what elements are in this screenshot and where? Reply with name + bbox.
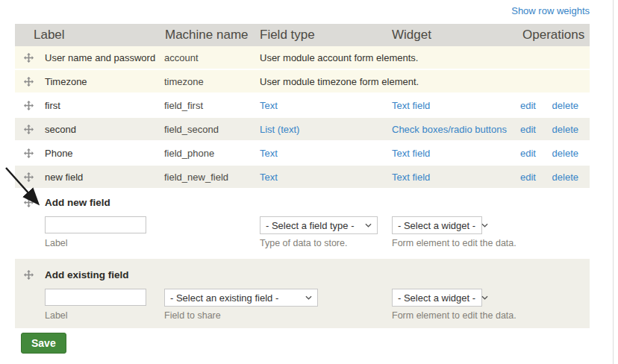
- widget-caption: Form element to edit the data.: [390, 238, 590, 248]
- field-type-select[interactable]: - Select a field type -: [260, 216, 378, 234]
- field-description: User module timezone form element.: [258, 76, 590, 87]
- chevron-down-icon: [365, 223, 372, 228]
- machine-name: account: [163, 52, 258, 63]
- move-icon[interactable]: [24, 148, 34, 158]
- save-button[interactable]: Save: [21, 333, 66, 354]
- header-widget: Widget: [390, 28, 519, 43]
- move-icon[interactable]: [24, 125, 34, 134]
- widget-select[interactable]: - Select a widget -: [392, 289, 482, 307]
- new-field-label-input[interactable]: [45, 216, 146, 233]
- widget-select-value: - Select a widget -: [398, 220, 475, 231]
- field-label: first: [42, 100, 163, 111]
- header-machine-name: Machine name: [163, 28, 258, 43]
- table-header-row: Label Machine name Field type Widget Ope…: [15, 24, 590, 46]
- machine-name: timezone: [163, 76, 258, 87]
- edit-link[interactable]: edit: [520, 148, 536, 159]
- add-new-field-title: Add new field: [42, 197, 390, 208]
- table-row: first field_first Text Text field edit d…: [15, 94, 590, 118]
- delete-link[interactable]: delete: [552, 124, 578, 135]
- field-label: Timezone: [42, 76, 163, 87]
- widget-link[interactable]: Text field: [392, 100, 430, 111]
- move-icon[interactable]: [24, 172, 34, 182]
- widget-link[interactable]: Check boxes/radio buttons: [392, 124, 507, 135]
- field-type-link[interactable]: Text: [260, 100, 278, 111]
- machine-name: field_new_field: [163, 172, 258, 183]
- window-edge-divider: [613, 0, 614, 364]
- existing-caption: Field to share: [163, 310, 390, 321]
- existing-field-select-value: - Select an existing field -: [170, 292, 278, 304]
- move-icon[interactable]: [24, 53, 34, 63]
- chevron-down-icon: [481, 223, 488, 228]
- edit-link[interactable]: edit: [520, 100, 536, 111]
- label-caption: Label: [42, 238, 163, 248]
- widget-link[interactable]: Text field: [392, 172, 430, 183]
- field-label: User name and password: [42, 52, 163, 63]
- add-existing-field-title: Add existing field: [42, 269, 390, 280]
- widget-select-value: - Select a widget -: [398, 292, 475, 304]
- machine-name: field_first: [163, 100, 258, 111]
- manage-fields-table: Label Machine name Field type Widget Ope…: [15, 24, 590, 328]
- label-caption: Label: [42, 310, 163, 321]
- field-label: Phone: [42, 148, 163, 159]
- widget-caption: Form element to edit the data.: [390, 310, 590, 321]
- table-row: Timezone timezone User module timezone f…: [15, 70, 590, 94]
- chevron-down-icon: [481, 295, 488, 300]
- table-row: User name and password account User modu…: [15, 46, 590, 70]
- table-row: new field field_new_field Text Text fiel…: [15, 166, 590, 189]
- existing-field-label-input[interactable]: [45, 289, 146, 306]
- header-operations: Operations: [519, 28, 590, 43]
- move-icon[interactable]: [24, 77, 34, 87]
- widget-link[interactable]: Text field: [392, 148, 430, 159]
- move-icon[interactable]: [24, 198, 34, 207]
- edit-link[interactable]: edit: [520, 172, 536, 183]
- move-icon[interactable]: [24, 270, 34, 280]
- field-type-caption: Type of data to store.: [258, 238, 390, 248]
- field-type-select-value: - Select a field type -: [266, 220, 355, 231]
- show-row-weights-link[interactable]: Show row weights: [511, 5, 590, 16]
- delete-link[interactable]: delete: [552, 172, 578, 183]
- existing-field-select[interactable]: - Select an existing field -: [164, 289, 318, 307]
- header-label: Label: [15, 28, 163, 43]
- delete-link[interactable]: delete: [552, 148, 578, 159]
- add-new-field-section: Add new field - Select a field type - - …: [15, 189, 590, 254]
- machine-name: field_second: [163, 124, 258, 135]
- widget-select[interactable]: - Select a widget -: [392, 216, 482, 234]
- field-label: new field: [42, 172, 163, 183]
- edit-link[interactable]: edit: [520, 124, 536, 135]
- field-type-link[interactable]: List (text): [260, 124, 299, 135]
- delete-link[interactable]: delete: [552, 100, 578, 111]
- header-field-type: Field type: [258, 28, 390, 43]
- field-label: second: [42, 124, 163, 135]
- table-row: second field_second List (text) Check bo…: [15, 118, 590, 142]
- table-row: Phone field_phone Text Text field edit d…: [15, 142, 590, 166]
- move-icon[interactable]: [24, 101, 34, 110]
- machine-name: field_phone: [163, 148, 258, 159]
- chevron-down-icon: [305, 295, 312, 300]
- field-description: User module account form elements.: [258, 52, 590, 63]
- field-type-link[interactable]: Text: [260, 148, 278, 159]
- field-type-link[interactable]: Text: [260, 172, 278, 183]
- add-existing-field-section: Add existing field - Select an existing …: [15, 259, 590, 328]
